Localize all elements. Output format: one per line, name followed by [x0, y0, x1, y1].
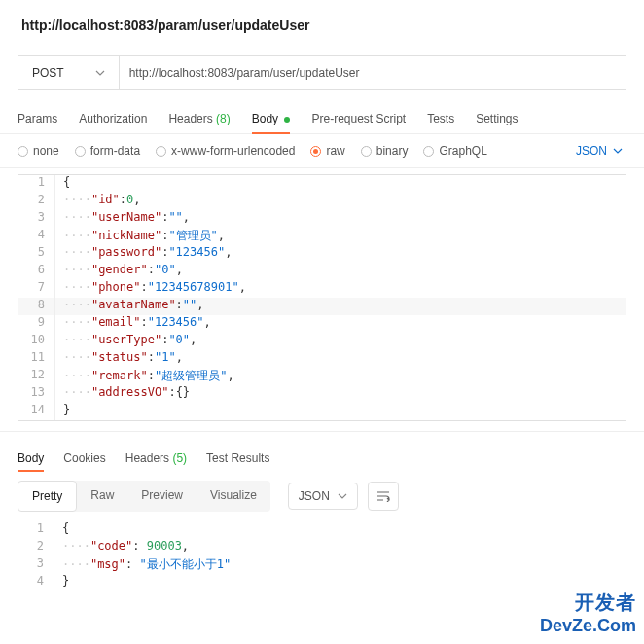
resp-tab-tests[interactable]: Test Results — [206, 446, 269, 471]
tab-headers[interactable]: Headers (8) — [168, 104, 230, 133]
code-content: ····"email":"123456", — [55, 315, 211, 333]
view-mode-segment: Pretty Raw Preview Visualize — [18, 481, 270, 512]
response-format-label: JSON — [299, 489, 330, 503]
radio-label: x-www-form-urlencoded — [171, 144, 295, 158]
radio-raw[interactable]: raw — [310, 144, 344, 158]
radio-label: none — [33, 144, 59, 158]
resp-tab-cookies[interactable]: Cookies — [63, 446, 105, 471]
http-method-select[interactable]: POST — [18, 56, 120, 89]
line-number: 3 — [18, 210, 55, 228]
code-content: { — [54, 521, 69, 539]
radio-icon — [310, 146, 321, 157]
code-content: ····"phone":"12345678901", — [55, 280, 246, 298]
view-preview[interactable]: Preview — [127, 481, 197, 512]
request-tabs: Params Authorization Headers (8) Body Pr… — [0, 104, 644, 134]
line-number: 13 — [18, 385, 55, 403]
resp-tab-body[interactable]: Body — [18, 446, 44, 471]
tab-prerequest[interactable]: Pre-request Script — [311, 104, 406, 133]
response-format-select[interactable]: JSON — [288, 483, 358, 510]
tab-body-label: Body — [252, 112, 278, 125]
radio-icon — [361, 146, 372, 157]
code-content: } — [55, 403, 70, 420]
response-body-editor[interactable]: 1{2····"code": 90003,3····"msg": "最小不能小于… — [18, 521, 626, 591]
line-number: 9 — [18, 315, 55, 333]
tab-tests[interactable]: Tests — [427, 104, 454, 133]
line-number: 11 — [18, 350, 55, 368]
content-type-select[interactable]: JSON — [576, 144, 626, 158]
chevron-down-icon — [95, 68, 105, 78]
line-number: 12 — [18, 368, 55, 385]
code-content: ····"userType":"0", — [55, 333, 197, 350]
radio-label: GraphQL — [439, 144, 486, 158]
view-raw[interactable]: Raw — [77, 481, 127, 512]
line-number: 5 — [18, 245, 55, 263]
line-number: 10 — [18, 333, 55, 350]
code-line: 13····"addressVO":{} — [18, 385, 626, 403]
request-bar: POST — [18, 55, 626, 90]
chevron-down-icon — [613, 146, 623, 156]
url-input[interactable] — [129, 66, 616, 80]
body-type-row: none form-data x-www-form-urlencoded raw… — [0, 134, 644, 168]
code-content: ····"nickName":"管理员", — [55, 228, 225, 245]
wrap-lines-button[interactable] — [368, 482, 399, 511]
radio-icon — [75, 146, 86, 157]
code-content: ····"code": 90003, — [54, 539, 189, 556]
code-line: 7····"phone":"12345678901", — [18, 280, 626, 298]
tab-authorization[interactable]: Authorization — [79, 104, 147, 133]
line-number: 4 — [18, 228, 55, 245]
code-line: 5····"password":"123456", — [18, 245, 626, 263]
view-pretty[interactable]: Pretty — [18, 481, 77, 512]
code-content: ····"status":"1", — [55, 350, 183, 368]
resp-tab-headers-count: (5) — [172, 451, 187, 465]
line-number: 1 — [18, 521, 54, 539]
view-visualize[interactable]: Visualize — [197, 481, 270, 512]
code-line: 12····"remark":"超级管理员", — [18, 368, 626, 385]
code-line: 4····"nickName":"管理员", — [18, 228, 626, 245]
response-tabs: Body Cookies Headers (5) Test Results — [0, 431, 644, 471]
watermark-line1: 开发者 — [540, 590, 636, 616]
line-number: 14 — [18, 403, 55, 420]
radio-xwww[interactable]: x-www-form-urlencoded — [156, 144, 295, 158]
code-content: } — [54, 574, 69, 591]
line-number: 2 — [18, 539, 54, 556]
radio-label: binary — [376, 144, 409, 158]
radio-icon — [423, 146, 434, 157]
tab-body[interactable]: Body — [252, 104, 291, 133]
response-view-bar: Pretty Raw Preview Visualize JSON — [0, 471, 644, 521]
request-title: http://localhost:8083/param/user/updateU… — [0, 0, 644, 55]
code-content: ····"avatarName":"", — [55, 298, 204, 315]
code-line: 14} — [18, 403, 626, 420]
code-line: 2····"id":0, — [18, 193, 626, 210]
line-number: 3 — [18, 556, 54, 574]
line-number: 2 — [18, 193, 55, 210]
code-content: ····"id":0, — [55, 193, 141, 210]
chevron-down-icon — [338, 491, 347, 501]
tab-params[interactable]: Params — [18, 104, 57, 133]
code-line: 3····"msg": "最小不能小于1" — [18, 556, 626, 574]
code-content: ····"msg": "最小不能小于1" — [54, 556, 231, 574]
code-content: { — [55, 175, 70, 193]
radio-none[interactable]: none — [18, 144, 59, 158]
code-line: 6····"gender":"0", — [18, 263, 626, 280]
content-type-label: JSON — [576, 144, 607, 158]
tab-settings[interactable]: Settings — [476, 104, 518, 133]
code-content: ····"password":"123456", — [55, 245, 232, 263]
code-content: ····"userName":"", — [55, 210, 190, 228]
code-line: 11····"status":"1", — [18, 350, 626, 368]
resp-tab-headers-label: Headers — [125, 451, 169, 465]
watermark: 开发者 DevZe.Com — [540, 590, 636, 636]
radio-binary[interactable]: binary — [361, 144, 409, 158]
resp-tab-headers[interactable]: Headers (5) — [125, 446, 187, 471]
line-number: 8 — [18, 298, 55, 315]
line-number: 7 — [18, 280, 55, 298]
line-number: 4 — [18, 574, 54, 591]
radio-graphql[interactable]: GraphQL — [423, 144, 486, 158]
code-content: ····"gender":"0", — [55, 263, 183, 280]
radio-icon — [156, 146, 166, 157]
radio-formdata[interactable]: form-data — [75, 144, 140, 158]
request-body-editor[interactable]: 1{2····"id":0,3····"userName":"",4····"n… — [18, 174, 626, 421]
code-line: 1{ — [18, 175, 626, 193]
radio-icon — [18, 146, 28, 157]
code-line: 2····"code": 90003, — [18, 539, 626, 556]
radio-label: form-data — [90, 144, 140, 158]
